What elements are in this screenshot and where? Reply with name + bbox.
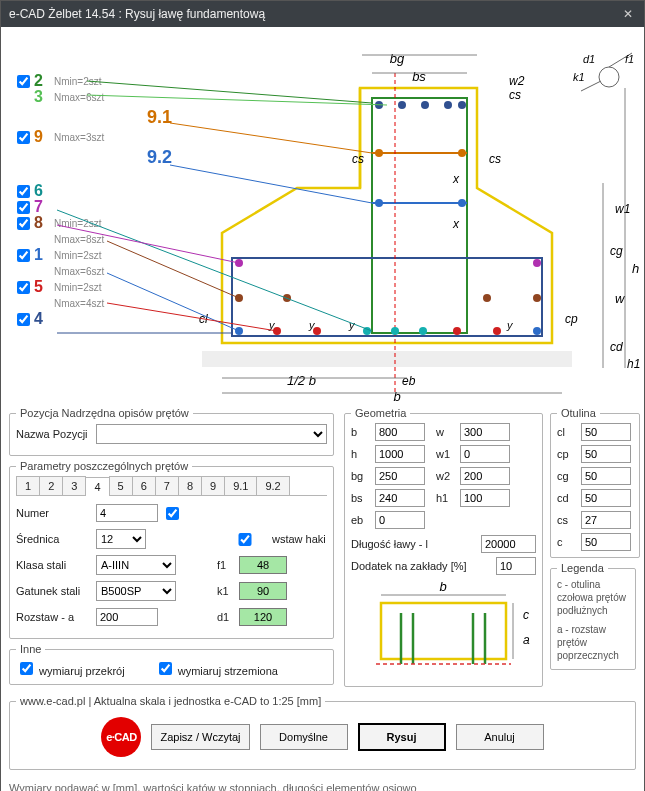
tab-1[interactable]: 1 bbox=[16, 476, 40, 495]
input-cg[interactable] bbox=[581, 467, 631, 485]
svg-text:cd: cd bbox=[610, 340, 623, 354]
select-klasa[interactable]: A-IIIN bbox=[96, 555, 176, 575]
input-numer[interactable] bbox=[96, 504, 158, 522]
input-b[interactable] bbox=[375, 423, 425, 441]
btn-zapisz[interactable]: Zapisz / Wczytaj bbox=[151, 724, 249, 750]
svg-point-54 bbox=[599, 67, 619, 87]
svg-text:w1: w1 bbox=[615, 202, 630, 216]
tab-9-1[interactable]: 9.1 bbox=[224, 476, 257, 495]
svg-text:cs: cs bbox=[509, 88, 521, 102]
svg-text:cs: cs bbox=[489, 152, 501, 166]
input-d1[interactable] bbox=[239, 608, 287, 626]
svg-text:cs: cs bbox=[352, 152, 364, 166]
svg-text:b: b bbox=[439, 579, 446, 594]
group-geometria: Geometria b w h w1 bg w2 bs h1 eb bbox=[344, 407, 543, 687]
tab-8[interactable]: 8 bbox=[178, 476, 202, 495]
svg-rect-3 bbox=[232, 258, 542, 336]
svg-text:a: a bbox=[523, 633, 530, 647]
svg-rect-0 bbox=[202, 351, 572, 367]
input-cl[interactable] bbox=[581, 423, 631, 441]
input-w2[interactable] bbox=[460, 467, 510, 485]
select-srednica[interactable]: 12 bbox=[96, 529, 146, 549]
svg-line-70 bbox=[57, 210, 372, 331]
input-eb[interactable] bbox=[375, 511, 425, 529]
cb-strzemiona[interactable] bbox=[159, 662, 172, 675]
svg-point-30 bbox=[493, 327, 501, 335]
input-h[interactable] bbox=[375, 445, 425, 463]
input-k1[interactable] bbox=[239, 582, 287, 600]
svg-text:cg: cg bbox=[610, 244, 623, 258]
svg-text:y: y bbox=[348, 319, 356, 331]
input-cp[interactable] bbox=[581, 445, 631, 463]
svg-point-17 bbox=[533, 259, 541, 267]
tab-3[interactable]: 3 bbox=[62, 476, 86, 495]
tab-9-2[interactable]: 9.2 bbox=[256, 476, 289, 495]
tab-9[interactable]: 9 bbox=[201, 476, 225, 495]
btn-rysuj[interactable]: Rysuj bbox=[358, 723, 446, 751]
input-w[interactable] bbox=[460, 423, 510, 441]
select-nazwa-pozycji[interactable] bbox=[96, 424, 327, 444]
input-dod[interactable] bbox=[496, 557, 536, 575]
footer-note: Wymiary podawać w [mm], wartości kątów w… bbox=[1, 780, 644, 791]
input-dl[interactable] bbox=[481, 535, 536, 553]
input-bg[interactable] bbox=[375, 467, 425, 485]
svg-text:h: h bbox=[632, 261, 639, 276]
svg-point-8 bbox=[398, 101, 406, 109]
svg-text:w: w bbox=[615, 291, 626, 306]
svg-point-14 bbox=[375, 199, 383, 207]
svg-point-25 bbox=[391, 327, 399, 335]
input-bs[interactable] bbox=[375, 489, 425, 507]
svg-text:k1: k1 bbox=[573, 71, 585, 83]
btn-domyslne[interactable]: Domyślne bbox=[260, 724, 348, 750]
cb-haki[interactable] bbox=[221, 533, 269, 546]
window-title: e-CAD Żelbet 14.54 : Rysuj ławę fundamen… bbox=[9, 7, 265, 21]
svg-point-11 bbox=[458, 101, 466, 109]
cb-przekroj[interactable] bbox=[20, 662, 33, 675]
cb-przekroj-label[interactable]: wymiaruj przekrój bbox=[16, 659, 125, 678]
input-f1[interactable] bbox=[239, 556, 287, 574]
svg-text:f1: f1 bbox=[625, 53, 634, 65]
svg-point-21 bbox=[533, 294, 541, 302]
tab-5[interactable]: 5 bbox=[109, 476, 133, 495]
tab-2[interactable]: 2 bbox=[39, 476, 63, 495]
svg-text:c: c bbox=[523, 608, 529, 622]
svg-point-10 bbox=[444, 101, 452, 109]
svg-line-73 bbox=[107, 273, 239, 331]
close-icon[interactable]: ✕ bbox=[620, 6, 636, 22]
input-rozstaw[interactable] bbox=[96, 608, 158, 626]
group-footer: www.e-cad.pl | Aktualna skala i jednostk… bbox=[9, 695, 636, 770]
svg-text:h1: h1 bbox=[627, 357, 640, 371]
input-c[interactable] bbox=[581, 533, 631, 551]
svg-point-23 bbox=[533, 327, 541, 335]
input-cs[interactable] bbox=[581, 511, 631, 529]
svg-line-67 bbox=[87, 95, 387, 105]
svg-point-15 bbox=[458, 199, 466, 207]
svg-point-20 bbox=[483, 294, 491, 302]
svg-point-13 bbox=[458, 149, 466, 157]
svg-line-68 bbox=[170, 123, 372, 153]
svg-line-74 bbox=[107, 303, 277, 331]
group-legenda: Legenda c - otulina czołowa prętów podłu… bbox=[550, 562, 636, 670]
svg-text:bs: bs bbox=[412, 69, 426, 84]
svg-text:1/2 b: 1/2 b bbox=[287, 373, 316, 388]
tabs-prety: 1 2 3 4 5 6 7 8 9 9.1 9.2 bbox=[16, 476, 327, 496]
tab-4[interactable]: 4 bbox=[85, 477, 109, 496]
mini-preview: b c a bbox=[351, 579, 536, 669]
cb-strzemiona-label[interactable]: wymiaruj strzemiona bbox=[155, 659, 278, 678]
select-gatunek[interactable]: B500SP bbox=[96, 581, 176, 601]
cross-section-svg: bg bs w2 cs cs cs x x w1 h cg w cl cp cd… bbox=[7, 33, 645, 403]
tab-6[interactable]: 6 bbox=[132, 476, 156, 495]
btn-anuluj[interactable]: Anuluj bbox=[456, 724, 544, 750]
tab-7[interactable]: 7 bbox=[155, 476, 179, 495]
input-h1[interactable] bbox=[460, 489, 510, 507]
svg-point-9 bbox=[421, 101, 429, 109]
cb-numer[interactable] bbox=[166, 507, 179, 520]
svg-text:x: x bbox=[452, 172, 460, 186]
svg-text:eb: eb bbox=[402, 374, 416, 388]
svg-line-69 bbox=[170, 165, 372, 203]
svg-text:y: y bbox=[506, 319, 514, 331]
diagram-area: 2Nmin=2szt 3Nmax=6szt 9.1 9Nmax=3szt 9.2… bbox=[7, 33, 638, 403]
input-cd[interactable] bbox=[581, 489, 631, 507]
ecad-logo-icon: e·CAD bbox=[101, 717, 141, 757]
input-w1[interactable] bbox=[460, 445, 510, 463]
